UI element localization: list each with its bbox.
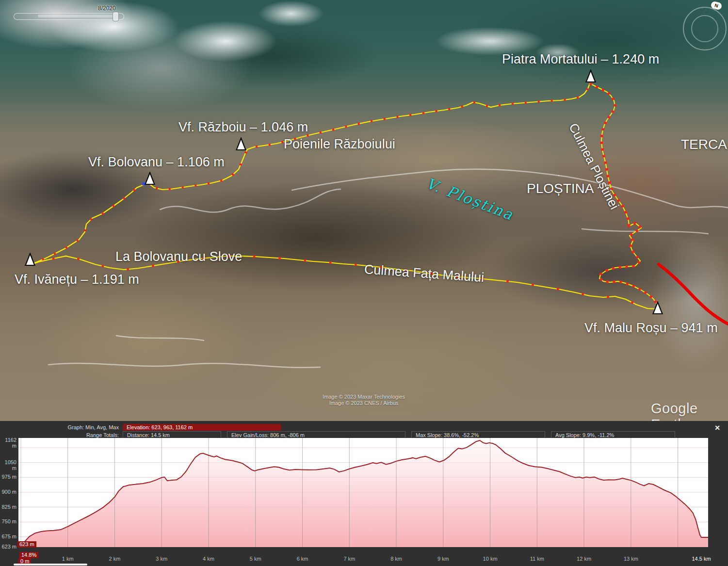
x-tick-14.5: 14.5 km xyxy=(686,556,717,562)
x-tick-9: 9 km xyxy=(428,556,459,562)
range-totals-label: Range Totals: xyxy=(0,432,123,438)
x-tick-7: 7 km xyxy=(334,556,365,562)
y-tick-1162: 1162 m xyxy=(1,437,16,449)
elevation-chart-svg xyxy=(18,438,708,547)
elevation-chart[interactable] xyxy=(18,438,708,547)
attribution-line-2: Image © 2023 CNES / Airbus xyxy=(252,400,475,406)
imagery-attribution: Image © 2023 Maxar Technologies Image © … xyxy=(252,394,475,406)
x-tick-11: 11 km xyxy=(521,556,552,562)
y-tick-825: 825 m xyxy=(1,504,16,510)
graph-stats-label: Graph: Min, Avg, Max xyxy=(0,424,123,430)
y-tick-675: 675 m xyxy=(1,534,16,539)
placemark-vf-ivanetu[interactable] xyxy=(25,253,35,266)
timeline-date-label: 8/2020 xyxy=(98,5,116,12)
label-plostina: PLOȘTINA xyxy=(527,181,594,195)
x-tick-13: 13 km xyxy=(615,556,647,562)
placemark-vf-bolovanu[interactable] xyxy=(145,172,155,185)
google-earth-logo: Google Earth xyxy=(651,401,728,421)
label-la-bolovanu-cu-slove: La Bolovanu cu Slove xyxy=(115,250,242,263)
route-descent xyxy=(590,83,658,307)
historical-imagery-timeline[interactable]: 8/2020 xyxy=(13,5,129,21)
x-tick-8: 8 km xyxy=(381,556,412,562)
profile-header-row-1: Graph: Min, Avg, Max Elevation: 623, 963… xyxy=(0,424,281,431)
placemark-piatra-mortatului[interactable] xyxy=(585,69,596,83)
x-tick-2: 2 km xyxy=(99,556,130,562)
x-tick-5: 5 km xyxy=(240,556,271,562)
attribution-line-1: Image © 2023 Maxar Technologies xyxy=(252,394,475,400)
placemark-vf-razboiu[interactable] xyxy=(236,137,246,151)
label-vf-malu-rosu: Vf. Malu Roșu – 941 m xyxy=(584,321,718,335)
x-tick-3: 3 km xyxy=(146,556,177,562)
elevation-profile-panel: Graph: Min, Avg, Max Elevation: 623, 963… xyxy=(0,421,728,566)
x-tick-1: 1 km xyxy=(52,556,83,562)
compass-navigation[interactable]: N xyxy=(683,5,728,49)
placemark-triangle-icon xyxy=(145,172,155,185)
placemark-triangle-icon xyxy=(652,301,663,315)
red-road-line xyxy=(659,264,728,324)
elevation-stat-box: Elevation: 623, 963, 1162 m xyxy=(123,424,281,431)
y-tick-900: 900 m xyxy=(1,489,16,495)
label-vf-ivanetu: Vf. Ivănețu – 1.191 m xyxy=(15,273,139,286)
close-profile-button[interactable]: ✕ xyxy=(714,424,720,432)
x-tick-12: 12 km xyxy=(568,556,599,562)
placemark-vf-malu-rosu[interactable] xyxy=(652,301,663,315)
compass-inner-ring-icon[interactable] xyxy=(691,15,718,42)
label-vf-bolovanu: Vf. Bolovanu – 1.106 m xyxy=(88,155,225,169)
y-tick-1050: 1050 m xyxy=(1,459,16,471)
label-vf-razboiu: Vf. Războiu – 1.046 m xyxy=(178,120,308,134)
y-tick-623: 623 m xyxy=(1,544,16,550)
timeline-handle[interactable] xyxy=(113,12,119,21)
placemark-triangle-icon xyxy=(25,253,35,266)
cursor-elevation-badge: 623 m xyxy=(17,541,36,548)
x-tick-10: 10 km xyxy=(475,556,506,562)
profile-scrollbar[interactable] xyxy=(14,564,87,566)
cursor-slope-badge: 14.8% xyxy=(19,552,38,558)
label-piatra-mortatului: Piatra Mortatului – 1.240 m xyxy=(502,52,659,66)
timeline-range xyxy=(38,15,114,17)
y-tick-750: 750 m xyxy=(1,518,16,524)
google-earth-window: Piatra Mortatului – 1.240 mVf. Războiu –… xyxy=(0,0,728,566)
label-terca: TERCA xyxy=(681,137,727,151)
route-ridge xyxy=(30,83,590,265)
placemark-triangle-icon xyxy=(236,137,246,151)
earth-viewport[interactable]: Piatra Mortatului – 1.240 mVf. Războiu –… xyxy=(0,0,728,421)
x-tick-4: 4 km xyxy=(193,556,224,562)
y-tick-975: 975 m xyxy=(1,474,16,480)
x-tick-6: 6 km xyxy=(287,556,318,562)
placemark-triangle-icon xyxy=(585,69,596,83)
label-poienile-razboiului: Poienile Războiului xyxy=(284,137,395,151)
